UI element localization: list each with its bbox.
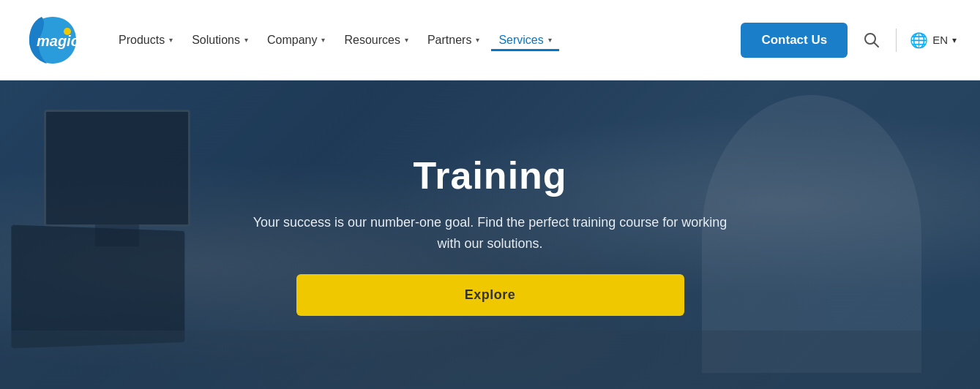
header-right: Contact Us 🌐 EN ▾ (741, 23, 957, 58)
nav-item-services[interactable]: Services ▾ (491, 29, 558, 51)
hero-title: Training (413, 154, 566, 197)
nav-item-products[interactable]: Products ▾ (111, 29, 180, 51)
chevron-down-icon: ▾ (321, 36, 325, 44)
search-button[interactable] (861, 29, 883, 51)
globe-icon: 🌐 (910, 31, 928, 49)
logo-container[interactable]: magic (23, 11, 82, 69)
nav-item-partners[interactable]: Partners ▾ (420, 29, 487, 51)
svg-point-1 (64, 28, 71, 35)
hero-content: Training Your success is our number-one … (227, 154, 754, 317)
language-selector[interactable]: 🌐 EN ▾ (910, 31, 957, 49)
bg-monitor (44, 110, 190, 227)
hero-section: Training Your success is our number-one … (0, 80, 980, 389)
chevron-down-icon: ▾ (405, 36, 408, 44)
main-nav: Products ▾ Solutions ▾ Company ▾ Resourc… (111, 29, 559, 51)
contact-button[interactable]: Contact Us (741, 23, 848, 58)
hero-subtitle: Your success is our number-one goal. Fin… (244, 212, 736, 254)
chevron-down-icon: ▾ (548, 36, 552, 44)
chevron-down-icon: ▾ (244, 36, 248, 44)
site-header: magic Products ▾ Solutions ▾ Company ▾ R… (0, 0, 980, 80)
explore-button[interactable]: Explore (296, 274, 684, 316)
bg-desk (0, 331, 980, 389)
header-divider (896, 29, 897, 52)
chevron-down-icon: ▾ (476, 36, 479, 44)
search-icon (864, 32, 880, 48)
svg-line-3 (875, 42, 879, 47)
magic-logo: magic (23, 11, 82, 69)
svg-text:magic: magic (37, 33, 79, 49)
language-label: EN (932, 34, 948, 46)
header-left: magic Products ▾ Solutions ▾ Company ▾ R… (23, 11, 559, 69)
language-chevron-icon: ▾ (952, 35, 957, 45)
nav-item-solutions[interactable]: Solutions ▾ (184, 29, 255, 51)
nav-item-resources[interactable]: Resources ▾ (337, 29, 415, 51)
chevron-down-icon: ▾ (169, 36, 173, 44)
nav-item-company[interactable]: Company ▾ (260, 29, 332, 51)
